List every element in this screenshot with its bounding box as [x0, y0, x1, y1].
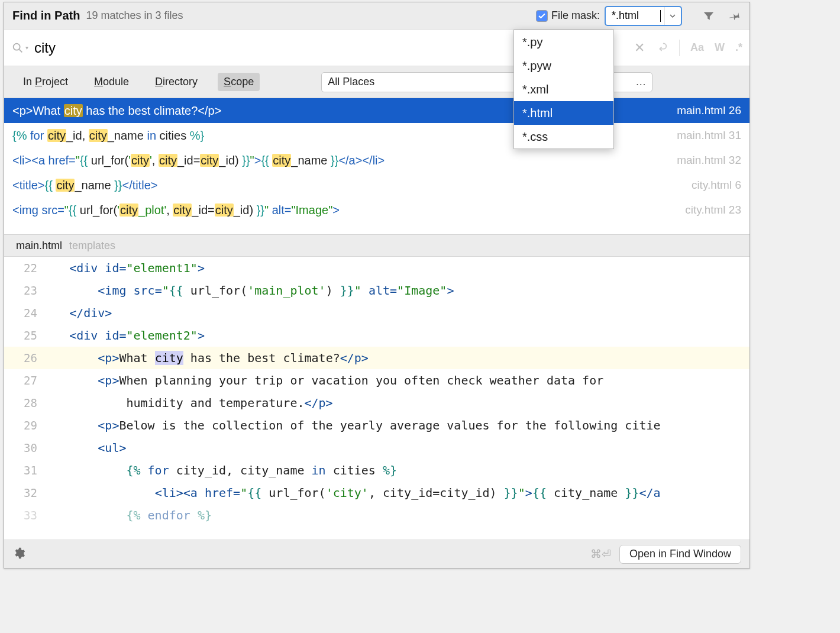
file-mask-dropdown-button[interactable]	[664, 7, 680, 25]
file-mask-input[interactable]	[612, 9, 660, 22]
settings-icon[interactable]	[12, 547, 25, 561]
preview-directory: templates	[69, 240, 115, 252]
file-mask-dropdown: *.py *.pyw *.xml *.html *.css	[513, 30, 614, 149]
scope-tab-module[interactable]: Module	[88, 73, 135, 91]
shortcut-hint: ⌘⏎	[590, 547, 611, 561]
filter-icon[interactable]	[702, 9, 715, 22]
svg-line-1	[20, 49, 22, 52]
dropdown-item[interactable]: *.xml	[514, 77, 613, 101]
svg-point-0	[14, 43, 20, 50]
search-bar: ▾ ✕ Aa W .*	[4, 30, 749, 66]
dropdown-item[interactable]: *.css	[514, 125, 613, 148]
words-button[interactable]: W	[715, 41, 725, 54]
match-count: 19 matches in 3 files	[86, 9, 183, 22]
scope-tab-directory[interactable]: Directory	[149, 73, 203, 91]
file-mask-input-wrap	[605, 6, 682, 26]
dropdown-item[interactable]: *.py	[514, 30, 613, 54]
find-in-path-dialog: Find in Path 19 matches in 3 files File …	[4, 2, 750, 569]
scope-places-more-icon[interactable]: …	[635, 76, 646, 88]
result-row[interactable]: <title>{{ city_name }}</title> city.html…	[4, 173, 749, 198]
match-case-button[interactable]: Aa	[690, 41, 704, 54]
regex-button[interactable]: .*	[735, 41, 742, 54]
scope-places-value: All Places	[328, 76, 374, 88]
pin-icon[interactable]	[726, 7, 744, 25]
clear-search-icon[interactable]: ✕	[634, 40, 645, 56]
scope-tab-project[interactable]: In Project	[17, 73, 74, 91]
file-mask-label: File mask:	[551, 9, 600, 22]
result-row[interactable]: <li><a href="{{ url_for('city', city_id=…	[4, 148, 749, 173]
titlebar: Find in Path 19 matches in 3 files File …	[4, 2, 749, 30]
result-row[interactable]: <p>What city has the best climate?</p> m…	[4, 98, 749, 123]
scope-tab-scope[interactable]: Scope	[218, 73, 260, 91]
result-row[interactable]: <img src="{{ url_for('city_plot', city_i…	[4, 198, 749, 222]
newline-icon[interactable]	[655, 40, 668, 55]
code-preview[interactable]: 22 <div id="element1"> 23 <img src="{{ u…	[4, 257, 749, 540]
search-results: <p>What city has the best climate?</p> m…	[4, 98, 749, 234]
dropdown-item[interactable]: *.html	[514, 101, 613, 125]
search-history-arrow-icon[interactable]: ▾	[25, 44, 28, 51]
open-in-find-window-button[interactable]: Open in Find Window	[619, 545, 741, 564]
file-mask-checkbox[interactable]	[536, 10, 548, 22]
search-icon	[11, 41, 24, 54]
search-input[interactable]	[34, 40, 448, 56]
dialog-title: Find in Path	[12, 9, 80, 22]
preview-header: main.html templates	[4, 234, 749, 257]
dropdown-item[interactable]: *.pyw	[514, 54, 613, 77]
preview-filename: main.html	[16, 240, 62, 252]
footer: ⌘⏎ Open in Find Window	[4, 540, 749, 568]
scope-bar: In Project Module Directory Scope All Pl…	[4, 66, 749, 98]
result-row[interactable]: {% for city_id, city_name in cities %} m…	[4, 123, 749, 148]
